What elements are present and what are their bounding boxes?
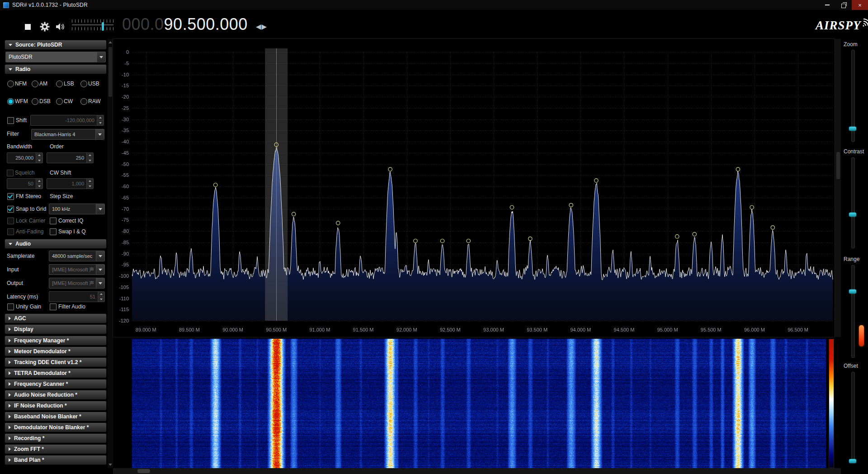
waterfall-canvas[interactable] — [132, 339, 826, 468]
section-band-plan[interactable]: Band Plan * — [5, 455, 107, 465]
anti-fading-checkbox[interactable] — [7, 228, 14, 235]
signal-level-indicator — [859, 325, 864, 346]
spectrum-scrollbar-thumb[interactable] — [836, 152, 840, 179]
audio-mute-button[interactable] — [56, 23, 66, 32]
section-source[interactable]: Source: PlutoSDR — [5, 40, 107, 50]
step-size-select[interactable]: 100 kHz — [49, 204, 105, 214]
chevron-down-icon — [96, 204, 104, 214]
bandwidth-input[interactable]: 250,000 — [7, 152, 43, 163]
stop-button[interactable] — [25, 24, 31, 30]
correct-iq-checkbox[interactable] — [50, 218, 57, 224]
section-recording[interactable]: Recording * — [5, 433, 107, 443]
chevron-down-icon — [96, 278, 104, 288]
spinner-buttons[interactable] — [98, 292, 104, 302]
audio-input-select[interactable]: [MME] Microsoft 声 — [49, 264, 105, 275]
audio-output-select[interactable]: [MME] Microsoft 声 — [49, 278, 105, 289]
step-down-button[interactable]: ◀ — [256, 23, 262, 30]
section-frequency-manager[interactable]: Frequency Manager * — [5, 336, 107, 346]
section-tracking-dde-client[interactable]: Tracking DDE Client v1.2 * — [5, 357, 107, 367]
section-display[interactable]: Display — [5, 324, 107, 334]
step-up-button[interactable]: ▶ — [262, 23, 268, 30]
squelch-input[interactable]: 50 — [7, 178, 43, 189]
squelch-checkbox[interactable] — [7, 170, 14, 176]
shift-input[interactable]: -120,000,000 — [30, 115, 104, 126]
section-agc[interactable]: AGC — [5, 313, 107, 323]
volume-slider-thumb[interactable] — [102, 22, 104, 31]
zoom-slider[interactable] — [851, 50, 855, 142]
source-device-select[interactable]: PlutoSDR — [5, 52, 106, 62]
cw-shift-input[interactable]: 1,000 — [47, 178, 94, 189]
mode-label-cw: CW — [64, 99, 73, 104]
section-frequency-scanner[interactable]: Frequency Scanner * — [5, 379, 107, 389]
mode-radio-dsb[interactable] — [32, 98, 38, 105]
section-label: Meteor Demodulator * — [14, 348, 71, 355]
lock-carrier-checkbox[interactable] — [7, 218, 14, 224]
restore-icon — [841, 4, 846, 8]
mode-radio-wfm[interactable] — [7, 98, 14, 105]
filter-audio-checkbox[interactable] — [50, 303, 57, 310]
toolbar: 000.090.500.000 ◀▶ AIRSPY — [0, 10, 868, 39]
mode-label-usb: USB — [88, 81, 99, 87]
section-tetra-demodulator[interactable]: TETRA Demodulator * — [5, 368, 107, 378]
section-label: AGC — [14, 315, 26, 322]
section-zoom-fft[interactable]: Zoom FFT * — [5, 444, 107, 454]
range-slider[interactable] — [851, 265, 855, 358]
mode-label-am: AM — [39, 81, 47, 87]
swap-iq-label: Swap I & Q — [58, 229, 86, 235]
mode-radio-raw[interactable] — [80, 98, 87, 105]
minimize-button[interactable] — [819, 0, 835, 10]
snap-to-grid-checkbox[interactable] — [7, 206, 14, 213]
section-baseband-noise-blanker[interactable]: Baseband Noise Blanker * — [5, 412, 107, 422]
unity-gain-checkbox[interactable] — [7, 303, 14, 310]
section-audio[interactable]: Audio — [5, 239, 107, 249]
expand-arrow-icon — [9, 404, 11, 408]
swap-iq-checkbox[interactable] — [50, 228, 57, 235]
fm-stereo-checkbox[interactable] — [7, 193, 14, 200]
offset-label: Offset — [844, 363, 858, 369]
shift-checkbox[interactable] — [7, 117, 14, 124]
volume-slider[interactable] — [72, 19, 113, 34]
filter-select[interactable]: Blackman-Harris 4 — [31, 129, 104, 140]
contrast-label: Contrast — [844, 148, 864, 155]
contrast-slider-thumb[interactable] — [849, 213, 856, 217]
section-demodulator-noise-blanker[interactable]: Demodulator Noise Blanker * — [5, 422, 107, 432]
spinner-buttons[interactable] — [36, 179, 42, 189]
contrast-slider[interactable] — [851, 157, 855, 248]
spinner-buttons[interactable] — [86, 153, 93, 163]
section-if-noise-reduction[interactable]: IF Noise Reduction * — [5, 401, 107, 411]
mode-radio-nfm[interactable] — [7, 81, 14, 87]
frequency-dim-digits: 000.0 — [122, 15, 164, 33]
scrollbar-thumb[interactable] — [108, 47, 112, 97]
section-label: Radio — [15, 66, 30, 72]
waterfall-scrollbar-thumb[interactable] — [137, 469, 150, 473]
unity-gain-label: Unity Gain — [16, 304, 41, 310]
mode-radio-lsb[interactable] — [56, 81, 63, 87]
offset-slider-thumb[interactable] — [849, 459, 856, 463]
spinner-buttons[interactable] — [36, 153, 42, 163]
section-radio[interactable]: Radio — [5, 64, 107, 74]
samplerate-select[interactable]: 48000 sample/sec — [49, 251, 105, 261]
mode-label-lsb: LSB — [64, 81, 74, 87]
frequency-display[interactable]: 000.090.500.000 — [122, 15, 248, 33]
close-button[interactable]: × — [852, 0, 868, 10]
order-input[interactable]: 250 — [47, 152, 94, 163]
settings-button[interactable] — [40, 22, 50, 33]
sidebar-scrollbar[interactable] — [108, 39, 113, 468]
waterfall-scrollbar[interactable] — [113, 468, 841, 474]
window-controls: × — [819, 0, 868, 10]
spectrum-canvas[interactable] — [113, 39, 835, 337]
mode-radio-usb[interactable] — [80, 81, 87, 87]
section-meteor-demodulator[interactable]: Meteor Demodulator * — [5, 346, 107, 356]
mode-label-wfm: WFM — [15, 99, 28, 104]
spinner-buttons[interactable] — [97, 115, 104, 125]
latency-input[interactable]: 51 — [49, 291, 105, 302]
mode-radio-cw[interactable] — [56, 98, 63, 105]
offset-slider[interactable] — [851, 372, 855, 463]
spectrum-scrollbar[interactable] — [835, 39, 841, 337]
zoom-slider-thumb[interactable] — [849, 127, 856, 131]
section-audio-noise-reduction[interactable]: Audio Noise Reduction * — [5, 390, 107, 400]
restore-button[interactable] — [835, 0, 852, 10]
spinner-buttons[interactable] — [86, 179, 93, 189]
mode-radio-am[interactable] — [32, 81, 38, 87]
range-slider-thumb[interactable] — [849, 289, 856, 294]
